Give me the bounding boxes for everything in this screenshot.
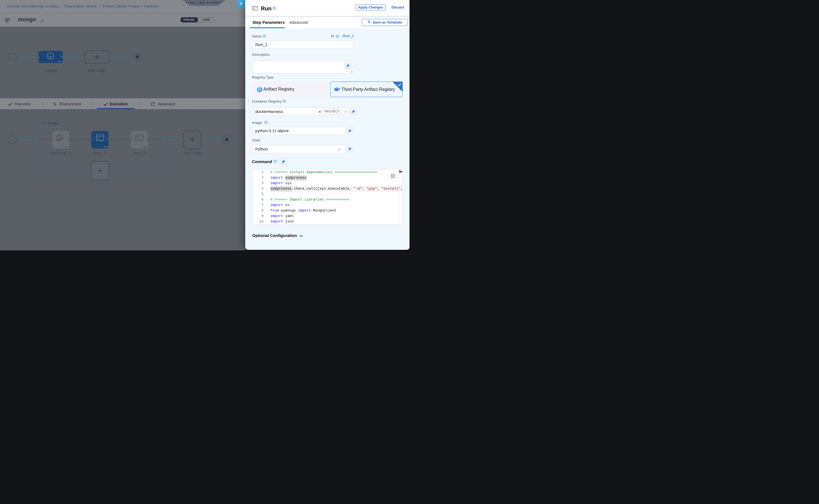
svg-text:</>: </>	[143, 146, 147, 148]
svg-text:Add Stage: Add Stage	[88, 68, 107, 73]
svg-text:Run_1: Run_1	[94, 151, 106, 155]
svg-text:GitClone_1: GitClone_1	[50, 151, 71, 155]
svg-text:</>: </>	[65, 146, 68, 148]
svg-text:</>: </>	[58, 60, 61, 63]
svg-text:</>: </>	[49, 56, 52, 58]
svg-text:mongo: mongo	[48, 121, 59, 125]
svg-text:</>: </>	[104, 146, 107, 148]
svg-text:mongo: mongo	[44, 68, 57, 73]
svg-text:Run_2: Run_2	[133, 151, 145, 155]
svg-text:Add Step: Add Step	[184, 151, 201, 155]
